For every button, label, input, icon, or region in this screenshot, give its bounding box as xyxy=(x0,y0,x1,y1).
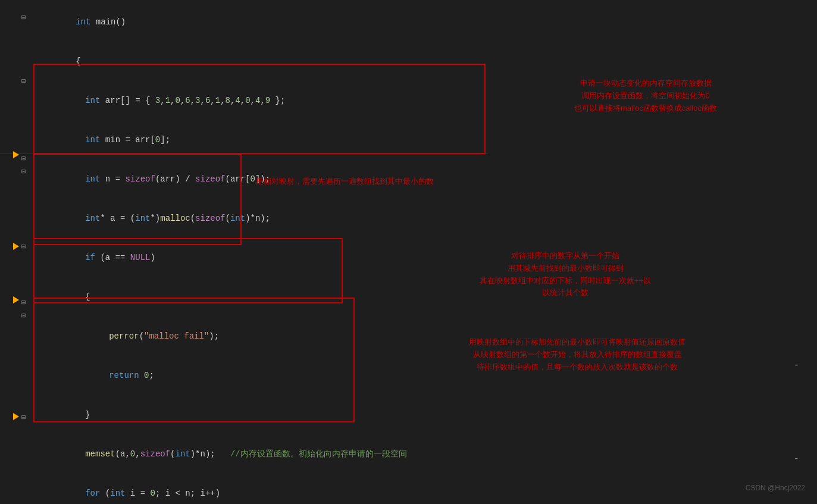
line-3: int arr[] = { 3,1,0,6,3,6,1,8,4,0,4,9 }; xyxy=(0,81,488,120)
code-editor: ⊟ ⊟ ⊟ ⊟ ⊟ ⊟ ⊟ ⊟ int main() { int arr[] =… xyxy=(0,0,817,504)
line-6-text: int* a = (int*)malloc(sizeof(int)*n); xyxy=(0,199,488,238)
line-1: int main() xyxy=(0,2,488,42)
line-2: { xyxy=(0,42,488,81)
annotation-mapping: 对待排序中的数字从第一个开始 用其减先前找到的最小数即可得到 其在映射数组中对应… xyxy=(357,250,774,299)
line-11: } xyxy=(0,395,488,434)
line-12-text: memset(a,0,sizeof(int)*n); //内存设置函数。初始化向… xyxy=(0,434,488,474)
line-13-text: for (int i = 0; i < n; i++) xyxy=(0,474,488,504)
annotation-restore: 用映射数组中的下标加先前的最小数即可将映射值还原回原数值 从映射数组的第一个数开… xyxy=(357,336,797,373)
line-3-text: int arr[] = { 3,1,0,6,3,6,1,8,4,0,4,9 }; xyxy=(0,81,488,120)
annotation-malloc: 申请一块动态变化的内存空间存放数据 调用内存设置函数，将空间初始化为0 也可以直… xyxy=(512,77,780,114)
line-12: memset(a,0,sizeof(int)*n); //内存设置函数。初始化向… xyxy=(0,434,488,474)
divider-line xyxy=(0,154,488,154)
watermark: CSDN @Hncj2022 xyxy=(746,484,805,492)
annotation-findmin: 用相对映射，需要先遍历一遍数组找到其中最小的数 xyxy=(256,176,613,188)
line-2-text: { xyxy=(0,42,488,81)
arrow-for2 xyxy=(13,243,19,250)
arrow-for3 xyxy=(13,296,19,303)
arrow-for1 xyxy=(13,151,19,158)
line-6: int* a = (int*)malloc(sizeof(int)*n); xyxy=(0,199,488,238)
line-1-text: int main() xyxy=(0,2,488,42)
line-11-text: } xyxy=(0,395,488,434)
arrow-for4 xyxy=(13,413,19,420)
dot-mark-2: - xyxy=(793,453,799,464)
line-13: for (int i = 0; i < n; i++) xyxy=(0,474,488,504)
